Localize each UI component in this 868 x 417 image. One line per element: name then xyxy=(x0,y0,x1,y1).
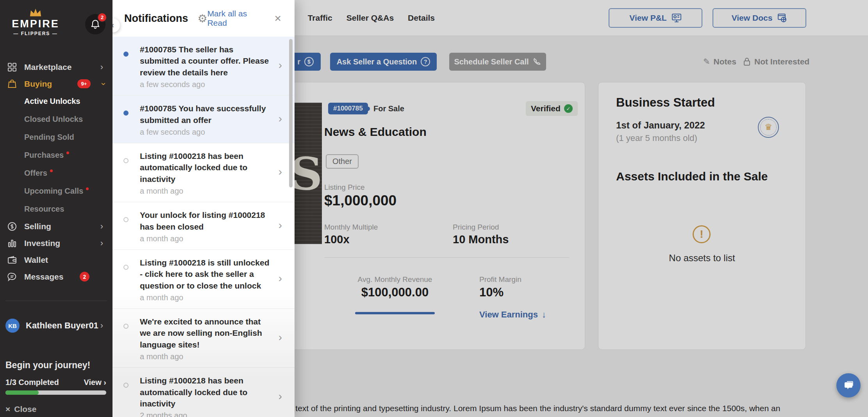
sub-item-label: Upcoming Calls xyxy=(24,187,83,196)
chevron-right-icon: › xyxy=(100,238,103,248)
notification-item[interactable]: Listing #1000218 is still unlocked - cli… xyxy=(113,250,295,309)
bar-chart-icon xyxy=(7,239,17,248)
notification-item[interactable]: Listing #1000218 has been automatically … xyxy=(113,143,295,202)
chevron-right-icon: › xyxy=(279,166,282,178)
bell-badge: 2 xyxy=(97,12,107,22)
mark-all-read-link[interactable]: Mark all as Read xyxy=(207,9,265,28)
notification-item[interactable]: Your unlock for listing #1000218 has bee… xyxy=(113,202,295,250)
sub-item-label: Pending Sold xyxy=(24,133,74,142)
sub-item-label: Resources xyxy=(24,205,64,214)
sub-item-label: Active Unlocks xyxy=(24,97,80,106)
notifications-panel: ‹ Notifications ⚙ Mark all as Read × #10… xyxy=(113,0,295,417)
chevron-right-icon: › xyxy=(279,59,282,71)
sidebar-item-wallet[interactable]: Wallet xyxy=(0,251,113,268)
journey-progress-fill xyxy=(5,390,39,395)
chevron-right-icon: › xyxy=(100,221,103,232)
gear-icon[interactable]: ⚙ xyxy=(198,12,207,25)
notification-item[interactable]: We're excited to announce that we are no… xyxy=(113,309,295,368)
sidebar-item-buying[interactable]: Buying 9+ › xyxy=(0,75,113,92)
notification-time: a month ago xyxy=(140,352,273,361)
read-dot-icon xyxy=(123,217,129,222)
chat-widget-button[interactable] xyxy=(836,373,861,397)
notification-item[interactable]: #1000785 You have successfully submitted… xyxy=(113,96,295,143)
logo-text-bottom: — FLIPPERS — xyxy=(6,31,65,36)
journey-progress-label: 1/3 Completed xyxy=(5,378,59,387)
notifications-list: #1000785 The seller has submitted a coun… xyxy=(113,37,295,417)
read-dot-icon xyxy=(123,383,129,388)
sidebar-item-label: Marketplace xyxy=(24,62,71,72)
notification-time: a month ago xyxy=(140,293,273,302)
read-dot-icon xyxy=(123,265,129,270)
buying-badge: 9+ xyxy=(77,79,91,88)
sidebar-item-selling[interactable]: Selling › xyxy=(0,218,113,235)
notification-time: a month ago xyxy=(140,187,273,196)
message-bubble-icon xyxy=(7,272,17,282)
alert-dot-icon xyxy=(50,169,53,172)
notification-text: Listing #1000218 has been automatically … xyxy=(140,375,273,409)
chevron-right-icon: › xyxy=(104,378,106,387)
app-root: s Traffic Seller Q&As Details View P&L V… xyxy=(0,0,868,417)
logo-text-top: EMPIRE xyxy=(6,18,65,30)
chevron-down-icon: › xyxy=(98,82,108,85)
sidebar: EMPIRE — FLIPPERS — 2 Marketplace › Buyi… xyxy=(0,0,113,417)
chevron-right-icon: › xyxy=(100,321,103,331)
journey-title: Begin your journey! xyxy=(5,360,90,371)
dollar-circle-icon xyxy=(7,222,17,231)
chat-bubbles-icon xyxy=(843,380,854,391)
notifications-header: Notifications ⚙ Mark all as Read × xyxy=(113,0,295,37)
shopping-bag-icon xyxy=(7,79,17,89)
sidebar-item-offers[interactable]: Offers xyxy=(0,164,113,182)
close-icon: × xyxy=(5,405,10,414)
notification-time: a month ago xyxy=(140,234,273,243)
notification-time: a few seconds ago xyxy=(140,80,273,89)
close-icon[interactable]: × xyxy=(274,12,281,24)
grid-icon xyxy=(7,62,17,72)
sub-item-label: Offers xyxy=(24,169,47,178)
notification-time: 2 months ago xyxy=(140,411,273,417)
notification-text: #1000785 You have successfully submitted… xyxy=(140,103,273,126)
read-dot-icon xyxy=(123,158,129,163)
sidebar-item-investing[interactable]: Investing › xyxy=(0,235,113,251)
notification-text: Listing #1000218 is still unlocked - cli… xyxy=(140,257,273,291)
sidebar-item-label: Investing xyxy=(24,239,60,248)
alert-dot-icon xyxy=(66,151,69,154)
sub-item-label: Closed Unlocks xyxy=(24,115,83,124)
notification-text: Listing #1000218 has been automatically … xyxy=(140,150,273,185)
journey-progress-row: 1/3 Completed View › xyxy=(5,378,106,387)
sidebar-item-active-unlocks[interactable]: Active Unlocks xyxy=(0,92,113,110)
panel-scrollbar[interactable] xyxy=(289,39,293,187)
empire-flippers-logo[interactable]: EMPIRE — FLIPPERS — xyxy=(6,8,65,36)
sidebar-item-marketplace[interactable]: Marketplace › xyxy=(0,59,113,75)
journey-close-button[interactable]: × Close xyxy=(5,405,36,414)
notification-text: #1000785 The seller has submitted a coun… xyxy=(140,44,273,78)
journey-view-label: View xyxy=(84,378,102,387)
user-name: Kathleen Buyer01 xyxy=(26,321,98,331)
sidebar-item-upcoming-calls[interactable]: Upcoming Calls xyxy=(0,182,113,200)
messages-badge: 2 xyxy=(80,272,89,282)
notification-item[interactable]: Listing #1000218 has been automatically … xyxy=(113,368,295,417)
alert-dot-icon xyxy=(86,187,89,190)
chevron-right-icon: › xyxy=(279,219,282,232)
user-menu[interactable]: KB Kathleen Buyer01 › xyxy=(0,315,113,336)
sidebar-item-label: Selling xyxy=(24,222,51,231)
journey-view-link[interactable]: View › xyxy=(84,378,106,387)
sidebar-item-closed-unlocks[interactable]: Closed Unlocks xyxy=(0,110,113,128)
sidebar-item-purchases[interactable]: Purchases xyxy=(0,146,113,164)
sidebar-item-resources[interactable]: Resources xyxy=(0,200,113,218)
journey-progress-bar xyxy=(5,390,106,395)
notification-text: We're excited to announce that we are no… xyxy=(140,316,273,350)
crown-logo-icon xyxy=(28,8,43,17)
chevron-right-icon: › xyxy=(100,62,103,72)
notification-time: a few seconds ago xyxy=(140,128,273,137)
notifications-bell-button[interactable]: 2 xyxy=(85,14,105,34)
chevron-right-icon: › xyxy=(279,272,282,285)
unread-dot-icon xyxy=(123,52,129,57)
chevron-right-icon: › xyxy=(279,390,282,403)
sidebar-item-label: Messages xyxy=(24,272,63,282)
sidebar-item-messages[interactable]: Messages 2 xyxy=(0,268,113,285)
journey-close-label: Close xyxy=(14,405,36,414)
sidebar-item-label: Wallet xyxy=(24,255,48,265)
sidebar-item-label: Buying xyxy=(24,79,52,89)
notification-item[interactable]: #1000785 The seller has submitted a coun… xyxy=(113,37,295,96)
sidebar-item-pending-sold[interactable]: Pending Sold xyxy=(0,128,113,146)
